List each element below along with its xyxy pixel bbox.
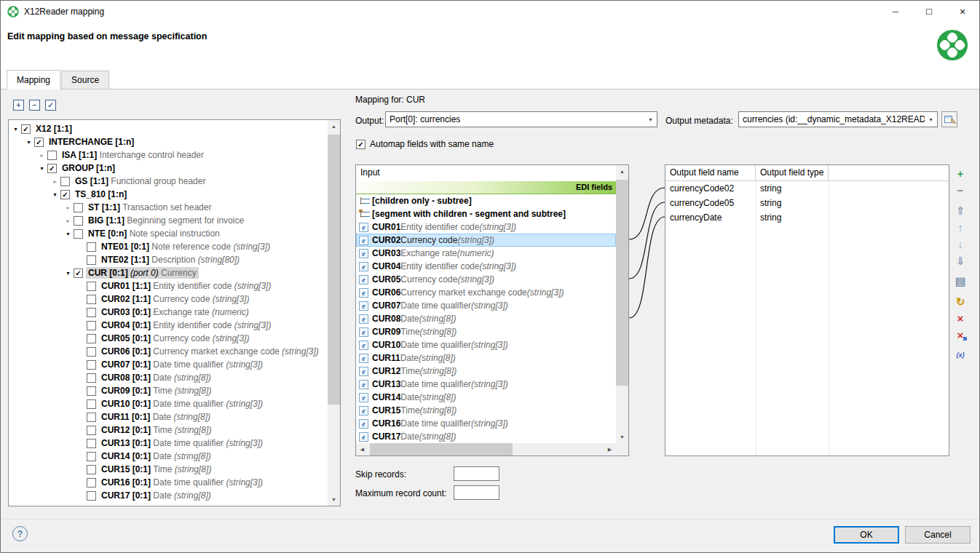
close-button[interactable]: ✕ — [946, 1, 979, 23]
input-field-cur05[interactable]: eCUR05 Currency code (string[3]) — [356, 273, 616, 286]
input-field-cur04[interactable]: eCUR04 Entity identifier code (string[3]… — [356, 260, 616, 273]
tree-item-big[interactable]: ▸BIG [1:1] Beginning segment for invoice — [9, 214, 328, 227]
expanded-chevron-icon[interactable]: ▾ — [23, 139, 34, 146]
skip-records-input[interactable] — [454, 466, 499, 481]
tree-item-checkbox[interactable] — [87, 334, 96, 343]
expanded-chevron-icon[interactable]: ▾ — [63, 270, 74, 276]
edit-metadata-button[interactable]: ✎ — [941, 111, 957, 127]
scroll-left-icon[interactable]: ◀ — [356, 443, 368, 455]
tree-item-checkbox[interactable] — [60, 177, 70, 186]
tree-item-group[interactable]: ▾✓GROUP [1:n] — [9, 162, 328, 175]
scroll-right-icon[interactable]: ▶ — [604, 443, 616, 455]
tree-item-cur03[interactable]: CUR03 [0:1] Exchange rate (numeric) — [9, 306, 328, 319]
tree-item-cur12[interactable]: CUR12 [0:1] Time (string[8]) — [9, 423, 328, 437]
tree-item-checkbox[interactable]: ✓ — [21, 124, 31, 134]
scroll-down-icon[interactable]: ▼ — [328, 493, 340, 506]
input-vertical-scrollbar[interactable]: ▲ ▼ — [616, 165, 628, 443]
collapsed-chevron-icon[interactable]: ▸ — [63, 218, 74, 224]
tree-item-cur17[interactable]: CUR17 [0:1] Date (string[8]) — [9, 489, 328, 502]
remove-field-button[interactable]: − — [953, 183, 968, 197]
tree-item-checkbox[interactable] — [87, 295, 96, 304]
output-field-row[interactable]: currencyCode02string — [665, 181, 949, 196]
input-field-cur11[interactable]: eCUR11 Date (string[8]) — [356, 351, 616, 365]
tree-item-checkbox[interactable] — [87, 413, 96, 422]
tree-item-checkbox[interactable]: ✓ — [34, 138, 44, 147]
tree-item-cur16[interactable]: CUR16 [0:1] Date time qualifier (string[… — [9, 476, 328, 489]
input-field-cur17[interactable]: eCUR17 Date (string[8]) — [356, 430, 616, 443]
tab-mapping[interactable]: Mapping — [7, 70, 60, 89]
tree-item-checkbox[interactable] — [87, 360, 96, 370]
tree-item-checkbox[interactable] — [87, 321, 96, 330]
tree-item-nte01[interactable]: NTE01 [0:1] Note reference code (string[… — [9, 240, 328, 253]
input-field-cur02[interactable]: eCUR02 Currency code (string[3]) — [356, 234, 616, 247]
scroll-down-icon[interactable]: ▼ — [616, 431, 628, 443]
add-field-button[interactable]: + — [953, 166, 968, 180]
tree-item-cur09[interactable]: CUR09 [0:1] Time (string[8]) — [9, 384, 328, 397]
input-field-cur07[interactable]: eCUR07 Date time qualifier (string[3]) — [356, 299, 616, 312]
tree-item-cur11[interactable]: CUR11 [0:1] Date (string[8]) — [9, 410, 328, 423]
tree-item-checkbox[interactable] — [74, 203, 83, 212]
tree-vertical-scrollbar[interactable]: ▲ ▼ — [328, 120, 340, 506]
tree-item-nte[interactable]: ▾NTE [0:n] Note special instruction — [9, 227, 328, 240]
expand-all-button[interactable]: + — [13, 100, 24, 111]
output-field-row[interactable]: currencyCode05string — [665, 196, 949, 210]
ok-button[interactable]: OK — [834, 526, 899, 544]
tree-item-nte02[interactable]: NTE02 [1:1] Description (string[80]) — [9, 253, 328, 266]
clear-mapping-button[interactable]: × — [953, 311, 968, 325]
collapsed-chevron-icon[interactable]: ▸ — [63, 204, 74, 211]
collapse-all-button[interactable]: − — [29, 100, 40, 111]
tree-item-checkbox[interactable]: ✓ — [47, 164, 57, 173]
tree-item-st[interactable]: ▸ST [1:1] Transaction set header — [9, 201, 328, 214]
input-field-cur12[interactable]: eCUR12 Time (string[8]) — [356, 365, 616, 378]
move-to-top-button[interactable]: ⇑ — [953, 203, 968, 218]
tree-item-checkbox[interactable] — [87, 491, 96, 501]
tree-item-cur15[interactable]: CUR15 [0:1] Time (string[8]) — [9, 463, 328, 476]
scrollbar-thumb[interactable] — [328, 135, 340, 405]
edit-text-mapping-button[interactable]: ▤ — [953, 274, 968, 288]
tree-item-checkbox[interactable] — [87, 373, 96, 383]
expanded-chevron-icon[interactable]: ▾ — [63, 231, 74, 237]
output-field-row[interactable]: currencyDatestring — [665, 210, 949, 225]
scrollbar-thumb[interactable] — [616, 180, 628, 386]
input-field-cur08[interactable]: eCUR08 Date (string[8]) — [356, 312, 616, 325]
tree-item-interchange[interactable]: ▾✓INTERCHANGE [1:n] — [9, 135, 328, 148]
tree-item-checkbox[interactable] — [74, 216, 83, 226]
tree-item-checkbox[interactable] — [87, 386, 96, 396]
cancel-button[interactable]: Cancel — [905, 526, 971, 544]
tree-item-checkbox[interactable] — [87, 308, 96, 317]
check-subtree-button[interactable]: ✓ — [45, 100, 56, 111]
input-field-cur13[interactable]: eCUR13 Date time qualifier (string[3]) — [356, 378, 616, 391]
output-column-header-type[interactable]: Output field type — [756, 165, 829, 180]
tree-item-isa[interactable]: ▸ISA [1:1] Interchange control header — [9, 148, 328, 162]
output-port-combobox[interactable]: Port[0]: currencies ▾ — [385, 111, 657, 127]
tree-item-cur01[interactable]: CUR01 [1:1] Entity identifier code (stri… — [9, 279, 328, 293]
input-field-cur03[interactable]: eCUR03 Exchange rate (numeric) — [356, 247, 616, 260]
tree-item-cur10[interactable]: CUR10 [0:1] Date time qualifier (string[… — [9, 397, 328, 410]
input-field-cur16[interactable]: eCUR16 Date time qualifier (string[3]) — [356, 417, 616, 430]
collapsed-chevron-icon[interactable]: ▸ — [50, 178, 60, 185]
input-field-cur09[interactable]: eCUR09 Time (string[8]) — [356, 325, 616, 338]
input-field-cur06[interactable]: eCUR06 Currency market exchange code (st… — [356, 286, 616, 299]
move-to-bottom-button[interactable]: ⇓ — [953, 253, 968, 268]
tree-item-cur14[interactable]: CUR14 [0:1] Date (string[8]) — [9, 450, 328, 463]
tree-item-checkbox[interactable] — [87, 255, 96, 265]
tree-item-cur13[interactable]: CUR13 [0:1] Date time qualifier (string[… — [9, 437, 328, 450]
expanded-chevron-icon[interactable]: ▾ — [50, 191, 60, 198]
tree-item-checkbox[interactable] — [87, 452, 96, 461]
max-record-count-input[interactable] — [454, 485, 499, 500]
expanded-chevron-icon[interactable]: ▾ — [10, 126, 21, 132]
tree-item-cur06[interactable]: CUR06 [0:1] Currency market exchange cod… — [9, 345, 328, 358]
tree-item-checkbox[interactable] — [47, 151, 57, 160]
tree-item-ts_810[interactable]: ▾✓TS_810 [1:n] — [9, 188, 328, 201]
minimize-button[interactable]: ─ — [879, 1, 912, 23]
expanded-chevron-icon[interactable]: ▾ — [36, 165, 47, 172]
input-horizontal-scrollbar[interactable]: ◀ ▶ — [356, 443, 616, 455]
tree-item-cur07[interactable]: CUR07 [0:1] Date time qualifier (string[… — [9, 358, 328, 371]
tree-item-cur02[interactable]: CUR02 [1:1] Currency code (string[3]) — [9, 293, 328, 306]
scroll-up-icon[interactable]: ▲ — [328, 120, 340, 132]
tree-item-checkbox[interactable] — [87, 478, 96, 488]
tree-item-checkbox[interactable] — [87, 347, 96, 357]
clear-all-mappings-button[interactable]: × — [953, 327, 968, 342]
auto-map-button[interactable]: ↻ — [953, 294, 968, 309]
move-down-button[interactable]: ↓ — [953, 236, 968, 251]
